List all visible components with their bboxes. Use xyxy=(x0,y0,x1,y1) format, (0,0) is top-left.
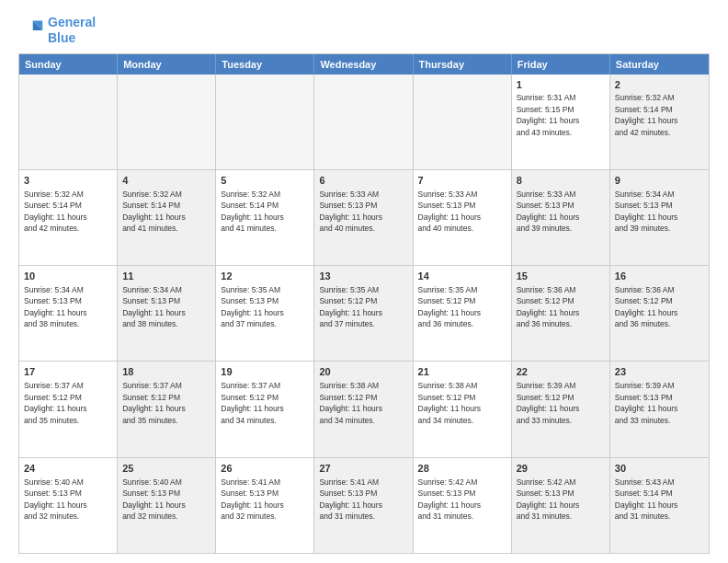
cell-info: Sunrise: 5:35 AM Sunset: 5:12 PM Dayligh… xyxy=(319,285,382,328)
header-day-monday: Monday xyxy=(118,54,216,75)
calendar-cell-4: 4Sunrise: 5:32 AM Sunset: 5:14 PM Daylig… xyxy=(118,170,216,265)
calendar-cell-21: 21Sunrise: 5:38 AM Sunset: 5:12 PM Dayli… xyxy=(414,362,512,456)
day-number: 17 xyxy=(24,365,112,379)
logo-text: General Blue xyxy=(48,15,96,46)
cell-info: Sunrise: 5:38 AM Sunset: 5:12 PM Dayligh… xyxy=(319,381,382,424)
day-number: 15 xyxy=(517,270,605,283)
day-number: 2 xyxy=(615,78,704,92)
calendar-cell-20: 20Sunrise: 5:38 AM Sunset: 5:12 PM Dayli… xyxy=(314,362,413,456)
day-number: 20 xyxy=(319,365,407,379)
cell-info: Sunrise: 5:33 AM Sunset: 5:13 PM Dayligh… xyxy=(517,190,580,233)
calendar-row-1: 3Sunrise: 5:32 AM Sunset: 5:14 PM Daylig… xyxy=(19,170,709,266)
day-number: 14 xyxy=(418,270,506,283)
calendar-cell-11: 11Sunrise: 5:34 AM Sunset: 5:13 PM Dayli… xyxy=(118,266,216,361)
cell-info: Sunrise: 5:40 AM Sunset: 5:13 PM Dayligh… xyxy=(24,477,87,521)
day-number: 13 xyxy=(319,270,407,283)
day-number: 26 xyxy=(221,462,309,476)
cell-info: Sunrise: 5:42 AM Sunset: 5:13 PM Dayligh… xyxy=(418,477,482,521)
cell-info: Sunrise: 5:32 AM Sunset: 5:14 PM Dayligh… xyxy=(221,190,284,233)
day-number: 24 xyxy=(24,462,112,476)
calendar-header: SundayMondayTuesdayWednesdayThursdayFrid… xyxy=(19,54,709,75)
cell-info: Sunrise: 5:36 AM Sunset: 5:12 PM Dayligh… xyxy=(517,285,580,328)
day-number: 1 xyxy=(517,78,605,92)
cell-info: Sunrise: 5:37 AM Sunset: 5:12 PM Dayligh… xyxy=(24,381,87,424)
calendar-cell-8: 8Sunrise: 5:33 AM Sunset: 5:13 PM Daylig… xyxy=(512,170,610,265)
calendar-cell-5: 5Sunrise: 5:32 AM Sunset: 5:14 PM Daylig… xyxy=(216,170,314,265)
day-number: 3 xyxy=(24,174,112,188)
cell-info: Sunrise: 5:39 AM Sunset: 5:13 PM Dayligh… xyxy=(615,381,678,424)
calendar-cell-empty-0-4 xyxy=(414,75,512,169)
day-number: 16 xyxy=(615,270,704,283)
calendar-cell-2: 2Sunrise: 5:32 AM Sunset: 5:14 PM Daylig… xyxy=(610,75,709,169)
header-day-saturday: Saturday xyxy=(610,54,709,75)
calendar-row-3: 17Sunrise: 5:37 AM Sunset: 5:12 PM Dayli… xyxy=(19,362,709,457)
calendar-cell-7: 7Sunrise: 5:33 AM Sunset: 5:13 PM Daylig… xyxy=(414,170,512,265)
header-day-friday: Friday xyxy=(512,54,610,75)
calendar-cell-13: 13Sunrise: 5:35 AM Sunset: 5:12 PM Dayli… xyxy=(314,266,413,361)
calendar-cell-19: 19Sunrise: 5:37 AM Sunset: 5:12 PM Dayli… xyxy=(216,362,314,456)
day-number: 23 xyxy=(615,365,704,379)
calendar-cell-28: 28Sunrise: 5:42 AM Sunset: 5:13 PM Dayli… xyxy=(414,458,512,553)
cell-info: Sunrise: 5:32 AM Sunset: 5:14 PM Dayligh… xyxy=(615,93,678,136)
calendar-row-4: 24Sunrise: 5:40 AM Sunset: 5:13 PM Dayli… xyxy=(19,458,709,553)
day-number: 11 xyxy=(122,270,210,283)
cell-info: Sunrise: 5:34 AM Sunset: 5:13 PM Dayligh… xyxy=(122,285,186,328)
header-day-sunday: Sunday xyxy=(19,54,118,75)
calendar-row-0: 1Sunrise: 5:31 AM Sunset: 5:15 PM Daylig… xyxy=(19,75,709,170)
day-number: 21 xyxy=(418,365,506,379)
cell-info: Sunrise: 5:39 AM Sunset: 5:12 PM Dayligh… xyxy=(517,381,580,424)
day-number: 29 xyxy=(517,462,605,476)
calendar-cell-14: 14Sunrise: 5:35 AM Sunset: 5:12 PM Dayli… xyxy=(414,266,512,361)
calendar-row-2: 10Sunrise: 5:34 AM Sunset: 5:13 PM Dayli… xyxy=(19,266,709,362)
calendar-body: 1Sunrise: 5:31 AM Sunset: 5:15 PM Daylig… xyxy=(19,75,709,553)
header: General Blue xyxy=(18,15,710,46)
calendar-cell-9: 9Sunrise: 5:34 AM Sunset: 5:13 PM Daylig… xyxy=(610,170,709,265)
calendar-cell-3: 3Sunrise: 5:32 AM Sunset: 5:14 PM Daylig… xyxy=(19,170,118,265)
day-number: 18 xyxy=(122,365,210,379)
cell-info: Sunrise: 5:36 AM Sunset: 5:12 PM Dayligh… xyxy=(615,285,678,328)
cell-info: Sunrise: 5:33 AM Sunset: 5:13 PM Dayligh… xyxy=(319,190,382,233)
calendar-cell-26: 26Sunrise: 5:41 AM Sunset: 5:13 PM Dayli… xyxy=(216,458,314,553)
day-number: 8 xyxy=(517,174,605,188)
calendar-cell-6: 6Sunrise: 5:33 AM Sunset: 5:13 PM Daylig… xyxy=(314,170,413,265)
calendar-cell-18: 18Sunrise: 5:37 AM Sunset: 5:12 PM Dayli… xyxy=(118,362,216,456)
cell-info: Sunrise: 5:34 AM Sunset: 5:13 PM Dayligh… xyxy=(615,190,678,233)
calendar-cell-27: 27Sunrise: 5:41 AM Sunset: 5:13 PM Dayli… xyxy=(314,458,413,553)
calendar-cell-23: 23Sunrise: 5:39 AM Sunset: 5:13 PM Dayli… xyxy=(610,362,709,456)
calendar-cell-empty-0-0 xyxy=(19,75,118,169)
day-number: 30 xyxy=(615,462,704,476)
day-number: 25 xyxy=(122,462,210,476)
cell-info: Sunrise: 5:35 AM Sunset: 5:13 PM Dayligh… xyxy=(221,285,284,328)
cell-info: Sunrise: 5:31 AM Sunset: 5:15 PM Dayligh… xyxy=(517,93,580,136)
calendar-cell-22: 22Sunrise: 5:39 AM Sunset: 5:12 PM Dayli… xyxy=(512,362,610,456)
day-number: 28 xyxy=(418,462,506,476)
calendar-cell-empty-0-3 xyxy=(314,75,413,169)
cell-info: Sunrise: 5:32 AM Sunset: 5:14 PM Dayligh… xyxy=(122,190,186,233)
cell-info: Sunrise: 5:32 AM Sunset: 5:14 PM Dayligh… xyxy=(24,190,87,233)
calendar-cell-12: 12Sunrise: 5:35 AM Sunset: 5:13 PM Dayli… xyxy=(216,266,314,361)
cell-info: Sunrise: 5:41 AM Sunset: 5:13 PM Dayligh… xyxy=(319,477,382,521)
cell-info: Sunrise: 5:34 AM Sunset: 5:13 PM Dayligh… xyxy=(24,285,87,328)
day-number: 12 xyxy=(221,270,309,283)
calendar-cell-15: 15Sunrise: 5:36 AM Sunset: 5:12 PM Dayli… xyxy=(512,266,610,361)
cell-info: Sunrise: 5:43 AM Sunset: 5:14 PM Dayligh… xyxy=(615,477,678,521)
calendar-cell-1: 1Sunrise: 5:31 AM Sunset: 5:15 PM Daylig… xyxy=(512,75,610,169)
cell-info: Sunrise: 5:42 AM Sunset: 5:13 PM Dayligh… xyxy=(517,477,580,521)
cell-info: Sunrise: 5:37 AM Sunset: 5:12 PM Dayligh… xyxy=(221,381,284,424)
cell-info: Sunrise: 5:33 AM Sunset: 5:13 PM Dayligh… xyxy=(418,190,482,233)
header-day-thursday: Thursday xyxy=(414,54,512,75)
cell-info: Sunrise: 5:37 AM Sunset: 5:12 PM Dayligh… xyxy=(122,381,186,424)
day-number: 19 xyxy=(221,365,309,379)
day-number: 22 xyxy=(517,365,605,379)
calendar-cell-17: 17Sunrise: 5:37 AM Sunset: 5:12 PM Dayli… xyxy=(19,362,118,456)
day-number: 7 xyxy=(418,174,506,188)
calendar-cell-empty-0-2 xyxy=(216,75,314,169)
day-number: 4 xyxy=(122,174,210,188)
day-number: 9 xyxy=(615,174,704,188)
logo: General Blue xyxy=(18,15,96,46)
logo-icon xyxy=(18,17,44,43)
calendar-cell-16: 16Sunrise: 5:36 AM Sunset: 5:12 PM Dayli… xyxy=(610,266,709,361)
day-number: 27 xyxy=(319,462,407,476)
calendar-cell-10: 10Sunrise: 5:34 AM Sunset: 5:13 PM Dayli… xyxy=(19,266,118,361)
day-number: 5 xyxy=(221,174,309,188)
